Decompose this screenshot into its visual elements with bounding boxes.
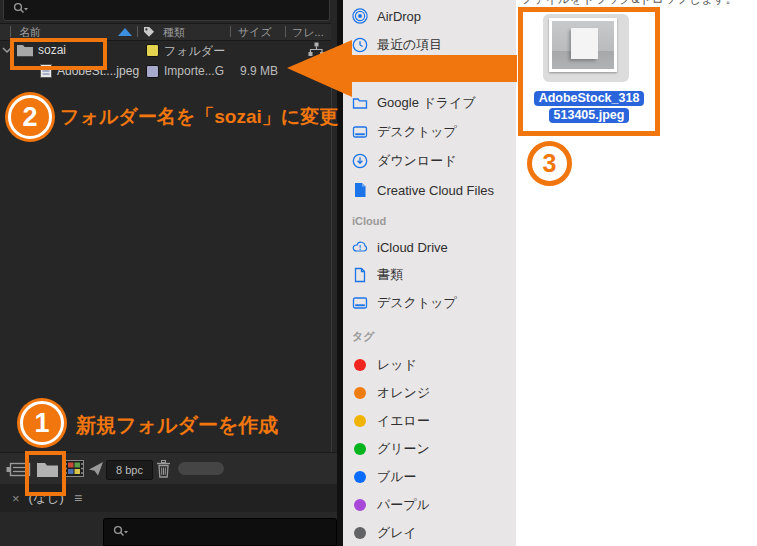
label-color-swatch[interactable]	[146, 44, 159, 57]
step1-text: 新規フォルダーを作成	[76, 412, 278, 439]
sidebar-tag-orange[interactable]: オレンジ	[352, 385, 516, 401]
panel-menu-icon[interactable]: ≡	[74, 490, 82, 506]
file-name-line2[interactable]: 513405.jpeg	[523, 105, 655, 123]
tag-dot-icon	[354, 415, 366, 427]
desktop-icon	[352, 295, 368, 311]
tag-dot-icon	[354, 527, 366, 539]
paper-plane-icon[interactable]	[88, 461, 104, 477]
sidebar-tag-red[interactable]: レッド	[352, 357, 516, 373]
folder-icon	[352, 95, 368, 111]
label-tag-icon[interactable]	[143, 26, 155, 38]
ae-bottom-search-row	[0, 512, 337, 546]
sidebar-section-header-tags: タグ	[352, 329, 516, 344]
item-type: Importe...G	[164, 64, 224, 78]
sidebar-icloud-group: iCloud ! iCloud Drive 書類	[343, 215, 516, 323]
step2-badge: 2	[8, 95, 52, 139]
column-divider	[285, 26, 286, 37]
step2-text: フォルダー名を「sozai」に変更	[60, 104, 338, 130]
sidebar-tag-blue[interactable]: ブルー	[352, 469, 516, 485]
tag-dot-icon	[354, 443, 366, 455]
ae-project-search-field[interactable]	[3, 0, 330, 21]
desktop-icon	[352, 124, 368, 140]
sidebar-section-header-icloud: iCloud	[352, 215, 516, 227]
sidebar-favorites-group: AirDrop 最近の項目 A アプリケーション G	[343, 8, 516, 211]
item-size: 9.9 MB	[240, 64, 278, 78]
search-icon	[112, 524, 128, 540]
sidebar-item-desktop[interactable]: デスクトップ	[352, 124, 516, 140]
trash-icon[interactable]	[156, 460, 171, 478]
tag-dot-icon	[354, 387, 366, 399]
sidebar-item-creative-cloud-files[interactable]: Creative Cloud Files	[352, 182, 516, 198]
airdrop-icon	[352, 8, 368, 24]
project-panel-empty-area	[0, 81, 332, 452]
column-divider	[10, 26, 11, 37]
svg-text:!: !	[359, 243, 362, 252]
color-depth-button[interactable]: 8 bpc	[106, 460, 153, 480]
sidebar-item-documents[interactable]: 書類	[352, 267, 516, 283]
sozai-highlight-box	[10, 38, 107, 70]
toolbar-scrollbar-thumb[interactable]	[178, 462, 224, 475]
sidebar-item-google-drive[interactable]: Google ドライブ	[352, 95, 516, 111]
sidebar-tag-gray[interactable]: グレイ	[352, 525, 516, 541]
sidebar-tag-green[interactable]: グリーン	[352, 441, 516, 457]
sidebar-item-downloads[interactable]: ダウンロード	[352, 153, 516, 169]
column-divider	[137, 26, 138, 37]
icloud-drive-icon: !	[352, 239, 368, 255]
label-color-swatch[interactable]	[146, 65, 159, 78]
search-icon	[12, 1, 28, 17]
thumbnail-canvas-square	[571, 28, 598, 59]
item-type: フォルダー	[164, 43, 225, 60]
document-icon	[352, 267, 368, 283]
file-thumbnail[interactable]	[549, 18, 617, 72]
tag-dot-icon	[354, 499, 366, 511]
finder-content-area: ファイルをドラッグ&ドロップします。 AdobeStock_318 513405…	[516, 0, 757, 546]
step3-highlight-box: AdobeStock_318 513405.jpeg	[518, 7, 660, 136]
sidebar-item-airdrop[interactable]: AirDrop	[352, 8, 516, 24]
sidebar-item-icloud-drive[interactable]: ! iCloud Drive	[352, 239, 516, 255]
thumbnail-image	[552, 21, 614, 69]
tab-close-icon[interactable]: ×	[12, 491, 20, 506]
new-composition-icon[interactable]	[64, 460, 84, 477]
sidebar-tag-yellow[interactable]: イエロー	[352, 413, 516, 429]
file-name-line1[interactable]: AdobeStock_318	[523, 88, 655, 106]
column-header-size[interactable]: サイズ	[238, 25, 272, 40]
column-header-type[interactable]: 種類	[163, 25, 185, 40]
step1-badge: 1	[20, 401, 64, 445]
document-filled-icon	[352, 182, 368, 198]
tag-dot-icon	[354, 359, 366, 371]
column-divider	[230, 26, 231, 37]
download-icon	[352, 153, 368, 169]
step3-badge: 3	[527, 141, 572, 186]
new-folder-highlight-box	[25, 451, 66, 496]
annotation-arrow-left-icon	[287, 40, 517, 97]
screenshot-canvas: 名前 種類 サイズ フレ... sozai フォルダー	[0, 0, 757, 546]
sidebar-tags-group: タグ レッド オレンジ イエロー グリーン ブルー	[343, 329, 516, 546]
column-header-frame[interactable]: フレ...	[292, 25, 324, 40]
ae-bottom-search-field[interactable]	[103, 518, 337, 546]
sidebar-tag-purple[interactable]: パープル	[352, 497, 516, 513]
tag-dot-icon	[354, 471, 366, 483]
sidebar-item-icloud-desktop[interactable]: デスクトップ	[352, 295, 516, 311]
sort-ascending-icon	[118, 28, 132, 36]
